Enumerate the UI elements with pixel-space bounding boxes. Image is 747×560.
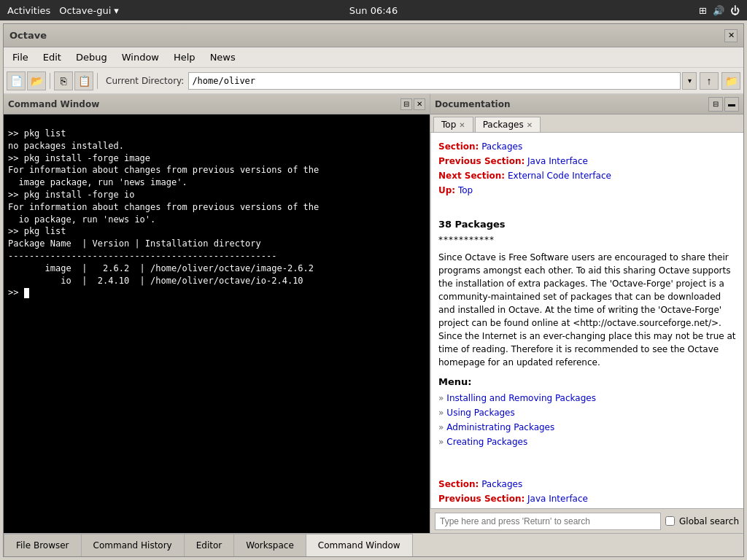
bottom-prev-label: Previous Section: <box>438 494 525 504</box>
toolbar-paste[interactable]: 📋 <box>74 71 93 90</box>
content-area: Command Window ⊟ ✕ >> pkg list no packag… <box>4 94 743 533</box>
up-row: Up: Top <box>438 184 736 197</box>
app-name-label[interactable]: Octave-gui ▾ <box>59 5 118 16</box>
terminal-line-8: io package, run 'news io'. <box>8 214 155 225</box>
next-section-label: Next Section: <box>438 171 505 181</box>
terminal-line-4: For information about changes from previ… <box>8 165 319 175</box>
doc-content[interactable]: Section: Packages Previous Section: Java… <box>430 133 743 508</box>
left-panel: Command Window ⊟ ✕ >> pkg list no packag… <box>4 94 430 533</box>
bullet-4: » <box>438 435 444 448</box>
menu-link-3: » Administrating Packages <box>438 421 736 434</box>
terminal-prompt: >> <box>8 287 29 298</box>
terminal-line-5: image package, run 'news image'. <box>8 177 187 187</box>
menu-bar: File Edit Debug Window Help News <box>4 47 743 68</box>
system-clock: Sun 06:46 <box>349 5 398 16</box>
panel-close-btn[interactable]: ✕ <box>414 98 425 110</box>
prev-section-label: Previous Section: <box>438 156 525 166</box>
bottom-tab-workspace[interactable]: Workspace <box>234 534 306 556</box>
doc-close-btn[interactable]: ▬ <box>724 97 739 112</box>
system-bar: Activities Octave-gui ▾ Sun 06:46 ⊞ 🔊 ⏻ <box>0 0 747 20</box>
terminal-line-6: >> pkg install -forge io <box>8 190 134 200</box>
menu-link-4: » Creating Packages <box>438 435 736 448</box>
bottom-section-row: Section: Packages <box>438 478 736 491</box>
sys-icon-volume: 🔊 <box>713 5 724 16</box>
command-window-title: Command Window <box>8 99 99 109</box>
current-dir-label: Current Directory: <box>106 76 184 86</box>
dir-up-btn[interactable]: ↑ <box>700 72 719 90</box>
search-bar: Global search <box>430 508 743 533</box>
search-input[interactable] <box>435 513 661 530</box>
bottom-section-label: Section: <box>438 479 479 489</box>
menu-window[interactable]: Window <box>116 50 165 64</box>
bottom-section-link[interactable]: Packages <box>481 479 522 489</box>
pkg-description: Since Octave is Free Software users are … <box>438 251 736 369</box>
toolbar-copy[interactable]: ⎘ <box>54 71 73 90</box>
dir-dropdown-btn[interactable]: ▾ <box>682 72 697 90</box>
bullet-3: » <box>438 421 444 434</box>
terminal-line-11: ----------------------------------------… <box>8 251 276 261</box>
bottom-tabs: File Browser Command History Editor Work… <box>4 533 743 556</box>
command-window-header: Command Window ⊟ ✕ <box>4 94 430 114</box>
toolbar-separator-1 <box>50 73 50 89</box>
bottom-tab-command-window[interactable]: Command Window <box>306 534 413 556</box>
menu-link-admin[interactable]: Administrating Packages <box>446 421 554 434</box>
global-search-label[interactable]: Global search <box>679 516 739 526</box>
menu-label: Menu: <box>438 375 736 389</box>
tab-packages[interactable]: Packages ✕ <box>475 117 541 132</box>
tab-packages-close[interactable]: ✕ <box>527 121 533 129</box>
doc-tabs: Top ✕ Packages ✕ <box>430 114 743 133</box>
menu-help[interactable]: Help <box>168 50 201 64</box>
menu-link-installing[interactable]: Installing and Removing Packages <box>446 392 596 405</box>
toolbar-separator-2 <box>97 73 98 89</box>
tab-packages-label: Packages <box>483 120 524 130</box>
next-section-link[interactable]: External Code Interface <box>508 171 611 181</box>
toolbar-open-file[interactable]: 📂 <box>27 71 46 90</box>
activities-button[interactable]: Activities <box>7 5 50 16</box>
bottom-tab-editor[interactable]: Editor <box>185 534 235 556</box>
pkg-stars: *********** <box>438 233 736 246</box>
panel-undock-btn[interactable]: ⊟ <box>400 98 412 110</box>
next-section-row: Next Section: External Code Interface <box>438 169 736 182</box>
section-link[interactable]: Packages <box>481 141 522 152</box>
toolbar-new-file[interactable]: 📄 <box>7 71 26 90</box>
title-bar: Octave ✕ <box>4 24 743 47</box>
doc-undock-btn[interactable]: ⊟ <box>708 97 723 112</box>
sys-icon-grid: ⊞ <box>699 5 707 16</box>
documentation-title: Documentation <box>435 99 511 109</box>
toolbar: 📄 📂 ⎘ 📋 Current Directory: ▾ ↑ 📁 <box>4 68 743 94</box>
right-panel: Documentation ⊟ ▬ Top ✕ Packages ✕ <box>430 94 743 533</box>
terminal-line-12: image | 2.6.2 | /home/oliver/octave/imag… <box>8 263 314 273</box>
tab-top-close[interactable]: ✕ <box>459 121 465 129</box>
documentation-header: Documentation ⊟ ▬ <box>430 94 743 114</box>
terminal-line-3: >> pkg install -forge image <box>8 153 150 163</box>
menu-link-using[interactable]: Using Packages <box>446 406 514 419</box>
menu-file[interactable]: File <box>7 50 34 64</box>
menu-link-creating[interactable]: Creating Packages <box>446 435 527 448</box>
pkg-count: 38 Packages <box>438 217 736 232</box>
up-label: Up: <box>438 185 455 195</box>
terminal-line-10: Package Name | Version | Installation di… <box>8 238 261 249</box>
sys-icon-power: ⏻ <box>730 5 740 16</box>
window-title: Octave <box>9 30 47 41</box>
current-dir-input[interactable] <box>188 72 681 90</box>
bottom-prev-row: Previous Section: Java Interface <box>438 492 736 505</box>
main-window: Octave ✕ File Edit Debug Window Help New… <box>3 23 744 557</box>
terminal[interactable]: >> pkg list no packages installed. >> pk… <box>4 114 430 533</box>
bottom-tab-command-history[interactable]: Command History <box>82 534 185 556</box>
menu-link-1: » Installing and Removing Packages <box>438 392 736 405</box>
menu-news[interactable]: News <box>204 50 241 64</box>
dir-browse-btn[interactable]: 📁 <box>721 72 740 90</box>
close-button[interactable]: ✕ <box>724 29 738 42</box>
bottom-prev-link[interactable]: Java Interface <box>527 494 588 504</box>
tab-top[interactable]: Top ✕ <box>433 117 473 132</box>
up-link[interactable]: Top <box>458 185 473 195</box>
section-row: Section: Packages <box>438 140 736 153</box>
prev-section-row: Previous Section: Java Interface <box>438 155 736 168</box>
cursor <box>24 288 29 298</box>
bottom-tab-file-browser[interactable]: File Browser <box>4 534 82 556</box>
global-search-checkbox[interactable] <box>665 516 675 526</box>
panel-controls: ⊟ ✕ <box>400 98 425 110</box>
menu-debug[interactable]: Debug <box>70 50 113 64</box>
menu-edit[interactable]: Edit <box>37 50 67 64</box>
prev-section-link[interactable]: Java Interface <box>527 156 588 166</box>
